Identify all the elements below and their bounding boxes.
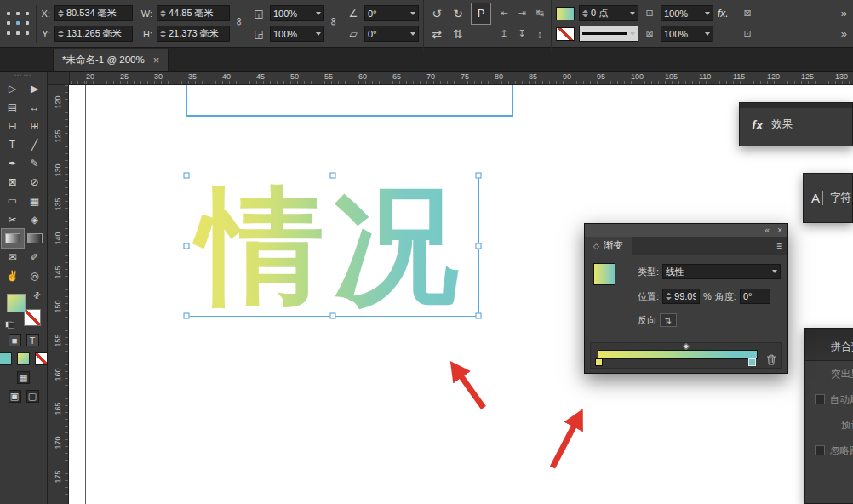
- pencil-tool[interactable]: ✎: [24, 154, 46, 173]
- flip-vertical-button[interactable]: ⇅: [449, 27, 467, 41]
- frame-fitting-icon[interactable]: ⊡: [741, 28, 754, 39]
- selection-handle[interactable]: [476, 313, 482, 319]
- y-input[interactable]: 131.265 毫米: [54, 26, 133, 42]
- eyedropper-tool[interactable]: ✐: [24, 248, 46, 266]
- screen-mode-normal-button[interactable]: ▣: [9, 390, 21, 403]
- ignore-overrides-checkbox[interactable]: [815, 445, 825, 455]
- toolbar-grip[interactable]: ⋯⋯: [14, 72, 33, 79]
- gradient-swatch-tool[interactable]: [2, 229, 24, 248]
- h-input[interactable]: 21.373 毫米: [157, 26, 230, 42]
- page-tool[interactable]: ▤: [2, 98, 24, 117]
- w-input[interactable]: 44.85 毫米: [157, 5, 230, 21]
- position-input[interactable]: 99.09: [662, 289, 700, 304]
- fill-proxy-swatch[interactable]: [7, 294, 26, 312]
- screen-mode-preview-button[interactable]: ▢: [26, 390, 39, 403]
- stroke-opacity-input[interactable]: 100%: [661, 26, 713, 42]
- panel-overflow-chevron[interactable]: »: [839, 7, 850, 20]
- swap-fill-stroke-icon[interactable]: ⇄: [31, 289, 43, 301]
- rectangle-tool[interactable]: ▭: [2, 192, 24, 210]
- fx-menu-button[interactable]: fx.: [718, 8, 736, 20]
- ellipse-frame-tool[interactable]: ⊘: [24, 173, 46, 192]
- drop-shadow-icon[interactable]: ⊠: [643, 28, 656, 39]
- line-tool[interactable]: ╱: [24, 135, 46, 154]
- rotate-ccw-button[interactable]: ↺: [428, 7, 445, 20]
- distribute-right-icon[interactable]: ↹: [533, 8, 547, 19]
- character-panel-button[interactable]: A 字符: [803, 173, 853, 223]
- stroke-proxy-swatch[interactable]: [24, 309, 41, 326]
- pen-tool[interactable]: ✒: [2, 154, 24, 173]
- selection-handle[interactable]: [329, 173, 335, 179]
- selection-tool[interactable]: ▶: [24, 79, 46, 98]
- stroke-weight-input[interactable]: 0 点: [579, 5, 638, 21]
- distribute-center-icon[interactable]: ⇥: [515, 8, 529, 19]
- type-tool[interactable]: T: [2, 135, 24, 154]
- gradient-ramp[interactable]: [598, 350, 758, 359]
- fitting-icon[interactable]: ⊠: [741, 8, 754, 19]
- view-options-button[interactable]: ▦: [17, 371, 30, 384]
- align-top-icon[interactable]: ↥: [497, 28, 511, 39]
- selection-handle[interactable]: [184, 173, 190, 179]
- auto-refresh-checkbox[interactable]: [815, 394, 825, 404]
- selection-handle[interactable]: [184, 313, 190, 319]
- delete-stop-icon[interactable]: [765, 353, 777, 366]
- reverse-gradient-button[interactable]: ⇅: [660, 313, 677, 327]
- selected-text-frame[interactable]: 情况: [186, 175, 479, 317]
- panel-menu-icon[interactable]: ≡: [776, 240, 782, 252]
- align-bottom-icon[interactable]: ↧: [515, 28, 529, 39]
- effects-panel-button[interactable]: fx 效果: [739, 102, 853, 146]
- shear-input[interactable]: 0°: [364, 26, 419, 42]
- reference-point-proxy[interactable]: [3, 9, 32, 38]
- align-middle-icon[interactable]: ↨: [533, 29, 547, 39]
- note-tool[interactable]: ✉: [2, 248, 24, 266]
- formatting-affects-text-button[interactable]: T: [26, 334, 39, 346]
- apply-gradient-button[interactable]: [17, 352, 30, 365]
- x-input[interactable]: 80.534 毫米: [54, 5, 133, 21]
- flip-horizontal-button[interactable]: ⇄: [428, 27, 445, 41]
- collapse-panel-icon[interactable]: «: [765, 226, 770, 235]
- gradient-thumbnail[interactable]: [593, 263, 615, 285]
- panel-overflow-chevron-2[interactable]: »: [839, 27, 850, 40]
- gradient-stop-end[interactable]: [748, 358, 756, 366]
- rotation-input[interactable]: 0°: [364, 5, 419, 21]
- gradient-feather-tool[interactable]: [24, 229, 46, 248]
- hand-tool[interactable]: ✌: [2, 266, 24, 285]
- default-fill-stroke-icon[interactable]: [5, 321, 14, 329]
- opacity-input[interactable]: 100%: [661, 5, 713, 21]
- stroke-style-select[interactable]: [579, 26, 638, 42]
- selection-handle[interactable]: [476, 243, 482, 249]
- gap-tool[interactable]: ↔: [24, 98, 46, 117]
- selection-handle[interactable]: [184, 243, 190, 249]
- effects-target-icon[interactable]: ⊡: [643, 8, 656, 19]
- vertical-ruler[interactable]: 120125130135140145150155160165170175: [48, 85, 69, 504]
- free-transform-tool[interactable]: ◈: [24, 210, 46, 229]
- angle-input[interactable]: 0°: [740, 289, 770, 304]
- selection-handle[interactable]: [329, 313, 335, 319]
- apply-none-button[interactable]: [35, 352, 48, 365]
- frame-tool[interactable]: ⊠: [2, 173, 24, 192]
- gradient-stop-start[interactable]: [595, 358, 603, 366]
- formatting-affects-container-button[interactable]: ■: [9, 334, 21, 346]
- selection-handle[interactable]: [476, 173, 482, 179]
- fill-color-swatch[interactable]: [556, 7, 575, 20]
- table-tool[interactable]: ▦: [24, 192, 46, 210]
- content-placer-tool[interactable]: ⊞: [24, 117, 46, 135]
- document-tab[interactable]: *未命名-1 @ 200% ×: [53, 49, 169, 71]
- fill-stroke-indicator[interactable]: ⇄: [5, 292, 43, 328]
- scale-x-input[interactable]: 100%: [270, 5, 324, 21]
- rotate-cw-button[interactable]: ↻: [449, 7, 467, 20]
- content-collector-tool[interactable]: ⊟: [2, 117, 24, 135]
- gradient-midpoint-handle[interactable]: [683, 343, 690, 350]
- direct-selection-tool[interactable]: ▷: [2, 79, 24, 98]
- horizontal-ruler[interactable]: 2025303540455055606570758085909510010511…: [48, 72, 853, 85]
- upper-text-frame[interactable]: [186, 85, 513, 117]
- gradient-type-select[interactable]: 线性: [662, 264, 781, 279]
- scale-y-input[interactable]: 100%: [270, 26, 324, 42]
- position-tool-badge[interactable]: P: [471, 3, 491, 25]
- tab-close-icon[interactable]: ×: [153, 54, 160, 66]
- close-panel-icon[interactable]: ×: [777, 226, 782, 235]
- zoom-tool[interactable]: ◎: [24, 266, 46, 285]
- gradient-panel-tab[interactable]: ◇ 渐变: [585, 237, 632, 255]
- apply-color-button[interactable]: [0, 352, 12, 365]
- distribute-left-icon[interactable]: ⇤: [497, 8, 511, 19]
- scissors-tool[interactable]: ✂: [2, 210, 24, 229]
